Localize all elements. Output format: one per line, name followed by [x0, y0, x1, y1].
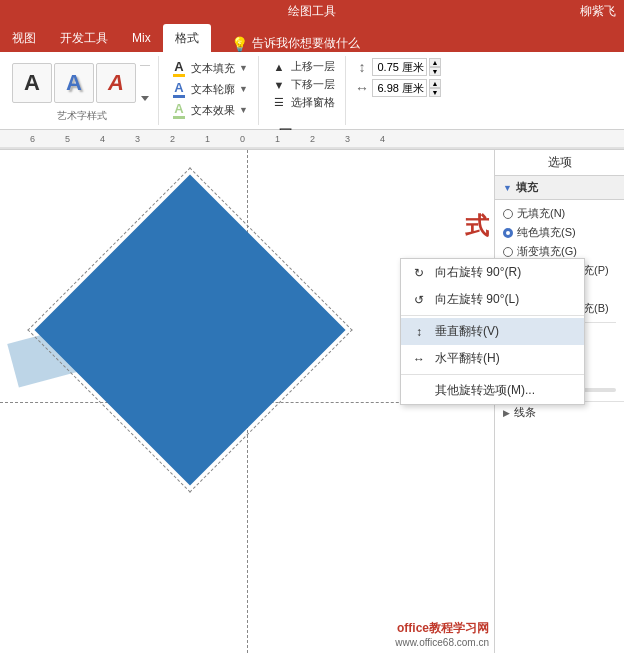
- flip-horizontal-icon: ↔: [411, 351, 427, 367]
- fill-section-header[interactable]: ▼ 填充: [495, 176, 624, 200]
- width-input[interactable]: [372, 79, 427, 97]
- text-fill-label: 文本填充: [191, 61, 235, 76]
- title-bar: 绘图工具 柳紫飞: [0, 0, 624, 22]
- arrange-group: ▲ 上移一层 ▼ 下移一层 ☰ 选择窗格 ⊞ 对齐 ▼: [261, 56, 346, 125]
- format-label: 式: [465, 210, 489, 242]
- svg-text:4: 4: [380, 134, 385, 144]
- tab-format[interactable]: 格式: [163, 24, 211, 52]
- watermark: office教程学习网 www.office68.com.cn: [395, 620, 489, 648]
- divider: [140, 65, 150, 66]
- size-group: ↕ ▲ ▼ ↔ ▲ ▼: [348, 56, 447, 125]
- art-text-btn-2[interactable]: A: [54, 63, 94, 103]
- diamond-shape[interactable]: [34, 174, 345, 485]
- svg-text:4: 4: [100, 134, 105, 144]
- text-effect-btn[interactable]: A 文本效果 ▼: [167, 100, 252, 120]
- flip-horizontal-item[interactable]: ↔ 水平翻转(H): [401, 345, 584, 372]
- line-header-text: 线条: [514, 405, 536, 420]
- radio-none[interactable]: [503, 209, 513, 219]
- more-rotate-label: 其他旋转选项(M)...: [435, 382, 535, 399]
- move-up-btn[interactable]: ▲ 上移一层: [267, 58, 339, 75]
- radio-gradient[interactable]: [503, 247, 513, 257]
- arrange-stack: ▲ 上移一层 ▼ 下移一层 ☰ 选择窗格: [267, 58, 339, 111]
- rotate-right-item[interactable]: ↻ 向右旋转 90°(R): [401, 259, 584, 286]
- height-spinner[interactable]: ▲ ▼: [429, 58, 441, 76]
- tab-mix[interactable]: Mix: [120, 24, 163, 52]
- height-down-btn[interactable]: ▼: [429, 67, 441, 76]
- tab-dev[interactable]: 开发工具: [48, 24, 120, 52]
- text-options-group: A 文本填充 ▼ A 文本轮廓 ▼ A 文本效果 ▼: [161, 56, 259, 125]
- flip-vertical-item[interactable]: ↕ 垂直翻转(V): [401, 318, 584, 345]
- lightbulb-icon: 💡: [231, 36, 248, 52]
- chevron-down-icon: [141, 96, 149, 101]
- width-icon: ↔: [354, 80, 370, 96]
- ribbon-content: A A A 艺术字样式 A 文本填充 ▼ A 文本轮廓: [0, 52, 624, 130]
- text-options-content: A 文本填充 ▼ A 文本轮廓 ▼ A 文本效果 ▼: [167, 58, 252, 121]
- user-name: 柳紫飞: [580, 3, 616, 20]
- select-pane-btn[interactable]: ☰ 选择窗格: [267, 94, 339, 111]
- text-outline-label: 文本轮廓: [191, 82, 235, 97]
- rotate-left-icon: ↺: [411, 292, 427, 308]
- svg-text:3: 3: [135, 134, 140, 144]
- height-input[interactable]: [372, 58, 427, 76]
- tell-me-text[interactable]: 告诉我你想要做什么: [252, 35, 360, 52]
- move-down-icon: ▼: [271, 78, 287, 92]
- text-fill-arrow: ▼: [239, 63, 248, 73]
- more-options-icon: [411, 383, 427, 399]
- text-effect-icon: A: [171, 102, 187, 118]
- text-fill-btn[interactable]: A 文本填充 ▼: [167, 58, 252, 78]
- radio-solid[interactable]: [503, 228, 513, 238]
- art-text-group-label: 艺术字样式: [57, 109, 107, 123]
- watermark-main: office教程学习网: [395, 620, 489, 637]
- move-down-btn[interactable]: ▼ 下移一层: [267, 76, 339, 93]
- fill-option-solid[interactable]: 纯色填充(S): [503, 223, 616, 242]
- fill-solid-label: 纯色填充(S): [517, 225, 576, 240]
- size-content: ↕ ▲ ▼ ↔ ▲ ▼: [354, 58, 441, 121]
- rotate-left-item[interactable]: ↺ 向左旋转 90°(L): [401, 286, 584, 313]
- line-arrow-icon: ▶: [503, 408, 510, 418]
- slide-area[interactable]: office教程学习网 www.office68.com.cn 式 选项 ▼ 填…: [0, 150, 624, 653]
- rotate-left-label: 向左旋转 90°(L): [435, 291, 519, 308]
- tab-view[interactable]: 视图: [0, 24, 48, 52]
- flip-vertical-icon: ↕: [411, 324, 427, 340]
- rotate-right-label: 向右旋转 90°(R): [435, 264, 521, 281]
- art-text-btn-3[interactable]: A: [96, 63, 136, 103]
- fill-gradient-label: 渐变填充(G): [517, 244, 577, 259]
- art-text-buttons: A A A: [12, 58, 152, 107]
- size-inputs: ↕ ▲ ▼ ↔ ▲ ▼: [354, 58, 441, 97]
- move-down-label: 下移一层: [291, 77, 335, 92]
- fill-none-label: 无填充(N): [517, 206, 565, 221]
- text-outline-arrow: ▼: [239, 84, 248, 94]
- height-icon: ↕: [354, 59, 370, 75]
- text-outline-btn[interactable]: A 文本轮廓 ▼: [167, 79, 252, 99]
- fill-option-none[interactable]: 无填充(N): [503, 204, 616, 223]
- text-effect-arrow: ▼: [239, 105, 248, 115]
- svg-text:5: 5: [65, 134, 70, 144]
- ruler-svg: 6 5 4 3 2 1 0 1 2 3 4: [0, 130, 624, 149]
- rotate-dropdown-menu: ↻ 向右旋转 90°(R) ↺ 向左旋转 90°(L) ↕ 垂直翻转(V) ↔ …: [400, 258, 585, 405]
- width-row: ↔ ▲ ▼: [354, 79, 441, 97]
- rotate-right-icon: ↻: [411, 265, 427, 281]
- art-text-more-btn[interactable]: [138, 63, 152, 103]
- watermark-sub: www.office68.com.cn: [395, 637, 489, 648]
- more-rotate-options-item[interactable]: 其他旋转选项(M)...: [401, 377, 584, 404]
- move-up-label: 上移一层: [291, 59, 335, 74]
- width-down-btn[interactable]: ▼: [429, 88, 441, 97]
- select-pane-icon: ☰: [271, 96, 287, 110]
- text-effect-label: 文本效果: [191, 103, 235, 118]
- svg-text:1: 1: [275, 134, 280, 144]
- svg-text:0: 0: [240, 134, 245, 144]
- menu-separator-2: [401, 374, 584, 375]
- move-up-icon: ▲: [271, 60, 287, 74]
- menu-separator-1: [401, 315, 584, 316]
- text-outline-icon: A: [171, 81, 187, 97]
- svg-text:2: 2: [310, 134, 315, 144]
- tell-me-bar[interactable]: 💡 告诉我你想要做什么: [231, 35, 360, 52]
- art-text-btn-1[interactable]: A: [12, 63, 52, 103]
- fill-arrow-icon: ▼: [503, 183, 512, 193]
- format-options-label: 选项: [495, 150, 624, 176]
- select-pane-label: 选择窗格: [291, 95, 335, 110]
- width-spinner[interactable]: ▲ ▼: [429, 79, 441, 97]
- width-up-btn[interactable]: ▲: [429, 79, 441, 88]
- height-up-btn[interactable]: ▲: [429, 58, 441, 67]
- art-text-group: A A A 艺术字样式: [6, 56, 159, 125]
